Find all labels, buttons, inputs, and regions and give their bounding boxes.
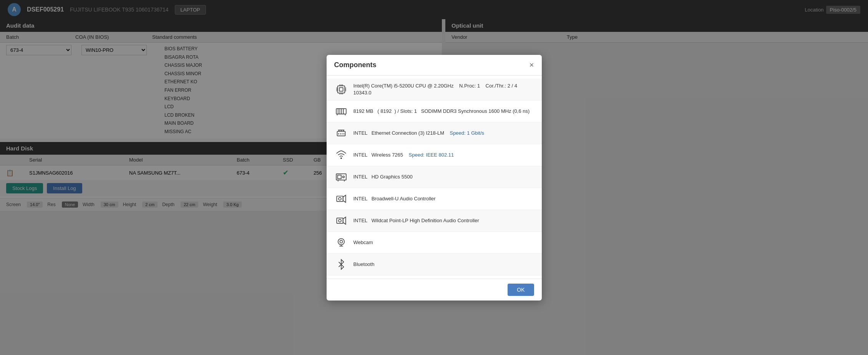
component-ram-row: 8192 MB ( 8192 ) / Slots: 1 SODIMM DDR3 …: [327, 101, 542, 122]
ethernet-details: INTEL Ethernet Connection (3) I218-LM Sp…: [354, 130, 485, 137]
cpu-icon: [334, 83, 348, 96]
component-audio2-row: INTEL Wildcat Point-LP High Definition A…: [327, 210, 542, 232]
audio2-details: INTEL Wildcat Point-LP High Definition A…: [354, 217, 479, 224]
components-modal: Components × Intel(R) Core(TM) i: [327, 55, 542, 301]
cpu-details: Intel(R) Core(TM) i5-5200U CPU @ 2.20GHz…: [354, 83, 534, 96]
svg-point-33: [342, 176, 344, 178]
audio2-icon: [334, 214, 348, 228]
audio-icon: [334, 192, 348, 206]
bluetooth-details: Bluetooth: [354, 261, 375, 268]
component-gpu-row: INTEL HD Graphics 5500: [327, 166, 542, 188]
modal-overlay: Components × Intel(R) Core(TM) i: [0, 0, 868, 355]
svg-rect-39: [337, 218, 343, 223]
ethernet-icon: [334, 126, 348, 140]
svg-rect-1: [339, 88, 343, 91]
ram-icon: [334, 104, 348, 118]
svg-rect-32: [337, 175, 341, 178]
component-ethernet-row: INTEL Ethernet Connection (3) I218-LM Sp…: [327, 122, 542, 144]
svg-point-43: [340, 240, 342, 243]
svg-point-38: [339, 197, 341, 200]
svg-marker-37: [343, 195, 345, 203]
webcam-details: Webcam: [354, 239, 373, 246]
component-es-row: ES YES: [327, 276, 542, 279]
svg-rect-0: [337, 86, 345, 93]
modal-close-button[interactable]: ×: [529, 61, 534, 69]
component-webcam-row: Webcam: [327, 232, 542, 254]
modal-header: Components ×: [327, 55, 542, 76]
wifi-icon: [334, 148, 348, 162]
component-cpu-row: Intel(R) Core(TM) i5-5200U CPU @ 2.20GHz…: [327, 79, 542, 101]
ok-button[interactable]: OK: [508, 284, 534, 296]
bluetooth-icon: [334, 258, 348, 271]
modal-footer: OK: [327, 279, 542, 301]
audio1-details: INTEL Broadwell-U Audio Controller: [354, 195, 436, 202]
component-audio1-row: INTEL Broadwell-U Audio Controller: [327, 188, 542, 210]
modal-title: Components: [334, 61, 377, 69]
svg-point-41: [339, 219, 341, 222]
gpu-details: INTEL HD Graphics 5500: [354, 173, 413, 180]
component-wifi-row: INTEL Wireless 7265 Speed: IEEE 802.11: [327, 144, 542, 166]
modal-body: Intel(R) Core(TM) i5-5200U CPU @ 2.20GHz…: [327, 76, 542, 279]
ram-details: 8192 MB ( 8192 ) / Slots: 1 SODIMM DDR3 …: [354, 108, 530, 115]
svg-point-30: [340, 158, 341, 159]
svg-marker-40: [343, 217, 345, 225]
svg-rect-36: [337, 196, 343, 201]
wifi-details: INTEL Wireless 7265 Speed: IEEE 802.11: [354, 152, 454, 159]
component-bluetooth-row: Bluetooth: [327, 254, 542, 276]
svg-point-42: [338, 238, 344, 244]
gpu-icon: [334, 170, 348, 184]
webcam-icon: [334, 236, 348, 249]
